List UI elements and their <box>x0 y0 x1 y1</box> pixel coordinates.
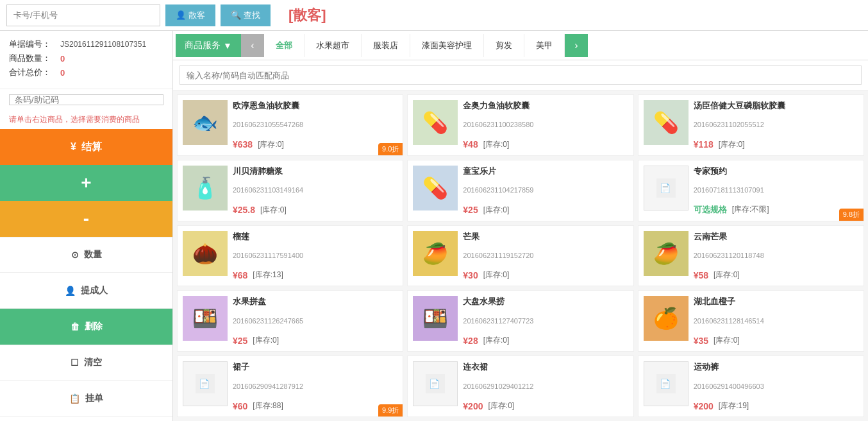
hang-label: 挂单 <box>85 393 103 404</box>
product-price: ¥60 <box>233 401 247 411</box>
product-price-row: ¥638 [库存:0] <box>233 139 397 150</box>
product-card[interactable]: 🍱 水果拼盘 20160623112624766​5 ¥25 [库存:0] <box>177 290 403 352</box>
clear-icon: ☐ <box>71 357 79 368</box>
clear-label: 清空 <box>84 357 102 368</box>
svg-text:📄: 📄 <box>660 379 671 390</box>
product-info: 运动裤 20160629140049660​3 ¥200 [库存:19] <box>694 361 858 411</box>
product-code: 20160623111915272​0 <box>463 252 628 259</box>
product-name: 连衣裙 <box>463 361 628 373</box>
product-price: ¥68 <box>233 270 247 280</box>
product-price-row: ¥48 [库存:0] <box>463 139 628 150</box>
customer-button-label: 散客 <box>188 10 205 21</box>
product-stock: [库存:0] <box>714 335 740 346</box>
product-image: 🍱 <box>183 296 228 341</box>
top-bar: 👤 散客 🔍 查找 [散客] <box>0 0 868 31</box>
product-info: 榴莲 20160623111759140​0 ¥68 [库存:13] <box>233 231 397 281</box>
product-name: 芒果 <box>463 231 628 243</box>
product-price: ¥58 <box>694 270 708 280</box>
product-info: 金奥力鱼油软胶囊 20160623110023858​0 ¥48 [库存:0] <box>463 100 628 150</box>
cat-tab-clothing[interactable]: 服装店 <box>362 34 410 57</box>
prev-category-button[interactable]: ‹ <box>241 34 264 57</box>
product-info: 裙子 20160629094128791​2 ¥60 [库存:88] <box>233 361 397 411</box>
product-card[interactable]: 🥭 芒果 20160623111915272​0 ¥30 [库存:0] <box>407 225 633 287</box>
product-stock: [库存:0] <box>483 139 510 150</box>
hang-icon: 📋 <box>69 393 80 404</box>
product-card[interactable]: 💊 汤臣倍健大豆磷脂软胶囊 20160623110205551​2 ¥118 [… <box>638 94 864 156</box>
qty-button[interactable]: ⊙ 数量 <box>0 237 172 273</box>
cat-tab-fruit[interactable]: 水果超市 <box>305 34 362 57</box>
product-image: 💊 <box>413 100 458 145</box>
product-code: 20160623112624766​5 <box>233 317 397 325</box>
total-row: 合计总价： 0 <box>9 67 163 78</box>
clear-button[interactable]: ☐ 清空 <box>0 345 172 381</box>
checkout-icon: ¥ <box>71 141 76 153</box>
cat-tab-beauty[interactable]: 漆面美容护理 <box>410 34 484 57</box>
product-card[interactable]: 🧴 川贝清肺糖浆 20160623110314916​4 ¥25.8 [库存:0… <box>177 160 403 221</box>
chevron-down-icon: ▼ <box>223 40 232 51</box>
barcode-input[interactable] <box>9 94 163 105</box>
hang-button[interactable]: 📋 挂单 <box>0 381 172 417</box>
delete-button[interactable]: 🗑 删除 <box>0 309 172 345</box>
total-value: 0 <box>60 68 65 78</box>
product-card[interactable]: 💊 童宝乐片 20160623110421785​9 ¥25 [库存:0] <box>407 160 633 221</box>
product-stock: [库存:0] <box>714 270 740 280</box>
product-price-row: ¥68 [库存:13] <box>233 270 397 280</box>
product-price-row: ¥200 [库存:19] <box>694 400 858 411</box>
next-category-button[interactable]: › <box>565 34 588 57</box>
promote-label: 提成人 <box>81 285 108 296</box>
product-card[interactable]: 📄 连衣裙 20160629102940121​2 ¥200 [库存:0] <box>407 356 633 417</box>
product-card[interactable]: 🌰 榴莲 20160623111759140​0 ¥68 [库存:13] <box>177 225 403 287</box>
product-card[interactable]: 🥭 云南芒果 20160623112011874​8 ¥58 [库存:0] <box>638 225 864 287</box>
product-card[interactable]: 📄 裙子 20160629094128791​2 ¥60 [库存:88] 9.9… <box>177 356 403 417</box>
product-code: 20160623110205551​2 <box>694 121 858 128</box>
product-price-row: ¥30 [库存:0] <box>463 270 628 280</box>
search-button[interactable]: 🔍 查找 <box>221 4 271 26</box>
cat-tab-haircut[interactable]: 剪发 <box>484 34 524 57</box>
promote-button[interactable]: 👤 提成人 <box>0 273 172 309</box>
service-button[interactable]: 商品服务 ▼ <box>176 34 241 57</box>
order-id-value: JS201611291108107351 <box>60 40 146 49</box>
product-price: ¥25 <box>463 205 478 215</box>
product-card[interactable]: 📄 专家预约 20160718111310709​1 可选规格 [库存:不限] … <box>638 160 864 221</box>
svg-text:📄: 📄 <box>199 379 210 390</box>
checkout-button[interactable]: ¥ 结算 <box>0 129 172 165</box>
cat-tab-all[interactable]: 全部 <box>264 34 305 57</box>
product-image-placeholder: 📄 <box>644 166 689 210</box>
product-code: 20160623105554726​8 <box>233 121 397 128</box>
order-id-label: 单据编号： <box>9 39 60 50</box>
product-card[interactable]: 🍱 大盘水果捞 20160623112740772​3 ¥28 [库存:0] <box>407 290 633 352</box>
product-stock: [库存:13] <box>253 270 283 280</box>
order-id-row: 单据编号： JS201611291108107351 <box>9 39 163 50</box>
product-card[interactable]: 🐟 欧淳恩鱼油软胶囊 20160623105554726​8 ¥638 [库存:… <box>177 94 403 156</box>
product-info: 水果拼盘 20160623112624766​5 ¥25 [库存:0] <box>233 296 397 346</box>
minus-button[interactable]: - <box>0 201 172 237</box>
product-price-row: ¥25.8 [库存:0] <box>233 205 397 216</box>
product-card[interactable]: 💊 金奥力鱼油软胶囊 20160623110023858​0 ¥48 [库存:0… <box>407 94 633 156</box>
discount-badge: 9.9折 <box>378 404 403 417</box>
product-stock: [库存:19] <box>719 400 749 411</box>
card-phone-input[interactable] <box>6 4 160 26</box>
product-info: 欧淳恩鱼油软胶囊 20160623105554726​8 ¥638 [库存:0] <box>233 100 397 150</box>
left-panel: 单据编号： JS201611291108107351 商品数量： 0 合计总价：… <box>0 31 173 421</box>
add-button[interactable]: + <box>0 165 172 201</box>
customer-label: [散客] <box>288 6 326 25</box>
product-card[interactable]: 🍊 湖北血橙子 20160623112814651​4 ¥35 [库存:0] <box>638 290 864 352</box>
product-stock: [库存:0] <box>483 205 510 216</box>
product-card[interactable]: 📄 运动裤 20160629140049660​3 ¥200 [库存:19] <box>638 356 864 417</box>
qty-icon: ⊙ <box>71 250 79 260</box>
product-image-placeholder: 📄 <box>644 361 689 406</box>
product-image: 🍊 <box>644 296 689 341</box>
action-buttons: ¥ 结算 + - ⊙ 数量 👤 提成人 🗑 删除 ☐ <box>0 129 172 421</box>
product-stock: [库存:0] <box>483 270 510 280</box>
product-code: 20160623111759140​0 <box>233 252 397 259</box>
add-label: + <box>81 173 91 193</box>
product-search-bar <box>173 60 868 90</box>
cat-tab-nail[interactable]: 美甲 <box>524 34 565 57</box>
product-price-row: ¥25 [库存:0] <box>233 335 397 346</box>
order-info: 单据编号： JS201611291108107351 商品数量： 0 合计总价：… <box>0 31 172 89</box>
customer-button[interactable]: 👤 散客 <box>165 4 215 26</box>
product-price: ¥200 <box>463 401 483 411</box>
product-search-input[interactable] <box>179 65 862 85</box>
product-image: 💊 <box>644 100 689 145</box>
hanglist-button[interactable]: ≡ 挂单列表 <box>0 417 172 421</box>
